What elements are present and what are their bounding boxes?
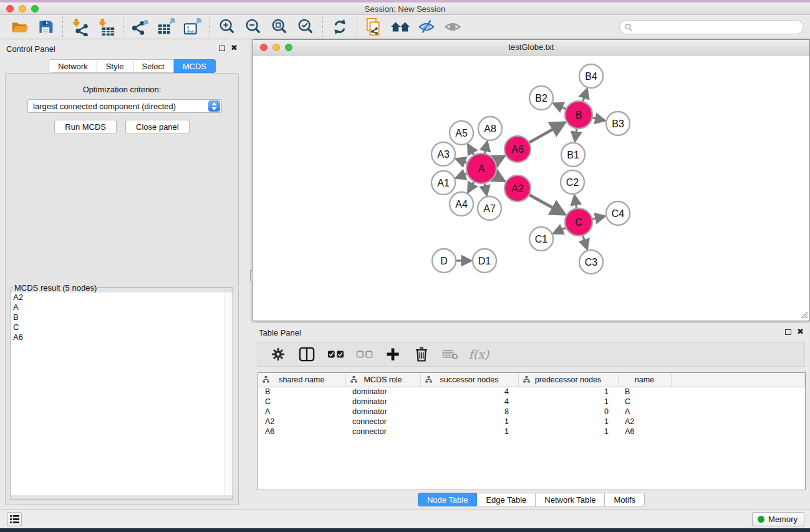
close-panel-button[interactable]: Close panel [125, 120, 190, 134]
table-row[interactable]: Bdominator41B [258, 387, 805, 397]
deselect-all-button[interactable] [353, 344, 375, 364]
table-cell[interactable]: 1 [518, 427, 618, 437]
first-neighbors-button[interactable] [387, 16, 413, 37]
node-B1[interactable]: B1 [561, 143, 585, 167]
table-cell[interactable]: 4 [420, 387, 518, 397]
node-A3[interactable]: A3 [432, 142, 455, 166]
network-window-titlebar[interactable]: testGlobe.txt [253, 40, 809, 56]
edge-A-A6[interactable] [494, 157, 503, 162]
table-cell[interactable]: connector [345, 427, 420, 437]
node-A5[interactable]: A5 [450, 121, 473, 145]
table-cell[interactable]: 0 [518, 407, 618, 417]
table-cell[interactable]: A2 [258, 417, 345, 427]
node-B3[interactable]: B3 [606, 112, 630, 135]
result-item[interactable]: A6 [11, 332, 233, 342]
edge-B-B4[interactable] [583, 90, 587, 102]
table-cell[interactable]: C [618, 397, 671, 407]
zoom-fit-button[interactable] [266, 16, 292, 37]
close-panel-icon[interactable]: ✖ [231, 45, 238, 51]
node-A2[interactable]: A2 [504, 175, 531, 201]
import-table-button[interactable] [93, 16, 119, 37]
column-header-name[interactable]: name [618, 373, 671, 387]
export-table-button[interactable] [153, 16, 180, 37]
node-C1[interactable]: C1 [529, 227, 553, 251]
hide-details-button[interactable] [413, 16, 440, 37]
column-header-successor-nodes[interactable]: successor nodes [420, 373, 518, 387]
table-cell[interactable]: A6 [618, 427, 671, 437]
table-settings-button[interactable] [267, 344, 289, 364]
column-header-MCDS-role[interactable]: MCDS role [345, 373, 420, 387]
edge-A-A7[interactable] [485, 183, 487, 195]
node-B4[interactable]: B4 [579, 64, 603, 88]
function-builder-button[interactable]: f(x) [468, 344, 490, 364]
result-item[interactable]: C [11, 322, 233, 332]
node-A[interactable]: A [466, 153, 496, 183]
node-A1[interactable]: A1 [432, 171, 455, 195]
edge-A-A1[interactable] [456, 173, 467, 177]
edge-A2-C[interactable] [529, 195, 564, 214]
table-cell[interactable]: 8 [420, 407, 518, 417]
table-cell[interactable]: 1 [518, 417, 618, 427]
edge-B-B1[interactable] [575, 128, 577, 141]
task-history-button[interactable] [7, 512, 22, 526]
node-A8[interactable]: A8 [478, 117, 502, 140]
table-cell[interactable]: connector [345, 417, 420, 427]
table-row[interactable]: A6connector11A6 [258, 427, 805, 437]
table-cell[interactable]: B [618, 387, 671, 397]
table-row[interactable]: Cdominator41C [258, 397, 805, 407]
result-item[interactable]: B [11, 312, 233, 322]
table-cell[interactable]: 1 [420, 427, 518, 437]
table-cell[interactable]: B [258, 387, 345, 397]
node-D[interactable]: D [432, 249, 456, 273]
edge-C-C4[interactable] [592, 216, 604, 219]
run-mcds-button[interactable]: Run MCDS [54, 120, 117, 134]
edge-C-C3[interactable] [583, 235, 587, 248]
edge-A-A3[interactable] [456, 159, 467, 163]
tab-select[interactable]: Select [133, 59, 174, 73]
table-cell[interactable]: A6 [258, 427, 345, 437]
edge-B-B3[interactable] [592, 118, 604, 120]
table-tab-network-table[interactable]: Network Table [536, 493, 605, 506]
select-stepper[interactable] [208, 100, 220, 112]
zoom-out-button[interactable] [240, 16, 266, 37]
select-all-button[interactable] [324, 344, 347, 364]
add-column-button[interactable] [382, 344, 404, 364]
zoom-in-button[interactable] [214, 16, 240, 37]
edge-C-C2[interactable] [575, 196, 577, 209]
export-network-button[interactable] [127, 16, 153, 37]
edge-A-A5[interactable] [468, 145, 474, 155]
column-header-shared-name[interactable]: shared name [258, 373, 345, 387]
table-tab-edge-table[interactable]: Edge Table [477, 493, 536, 506]
table-row[interactable]: A2connector11A2 [258, 417, 805, 427]
table-row[interactable]: Adominator80A [258, 407, 805, 417]
table-cell[interactable]: A [258, 407, 345, 417]
table-cell[interactable]: dominator [345, 397, 420, 407]
network-graph[interactable]: AA1A2A3A4A5A6A7A8BB1B2B3B4CC1C2C3C4DD1 [253, 56, 809, 320]
edge-A-A4[interactable] [468, 181, 474, 191]
delete-column-button[interactable] [410, 344, 433, 364]
window-resize-grip[interactable] [799, 310, 808, 319]
node-A4[interactable]: A4 [450, 192, 473, 216]
table-cell[interactable]: 4 [420, 397, 518, 407]
new-session-from-network-button[interactable] [361, 16, 387, 37]
export-image-button[interactable] [180, 16, 206, 37]
open-file-button[interactable] [6, 16, 32, 37]
node-B[interactable]: B [565, 101, 592, 128]
edge-B-B2[interactable] [554, 104, 566, 109]
save-session-button[interactable] [32, 16, 59, 37]
table-cell[interactable]: A [618, 407, 671, 417]
node-C4[interactable]: C4 [606, 201, 630, 225]
memory-button[interactable]: Memory [752, 512, 804, 526]
table-tab-node-table[interactable]: Node Table [418, 493, 478, 506]
node-D1[interactable]: D1 [473, 249, 496, 273]
network-canvas[interactable]: AA1A2A3A4A5A6A7A8BB1B2B3B4CC1C2C3C4DD1 [253, 56, 809, 320]
float-table-panel-icon[interactable] [785, 329, 791, 335]
splitter-collapse-handle[interactable] [250, 270, 253, 281]
edge-A-A2[interactable] [494, 176, 503, 181]
table-tab-motifs[interactable]: Motifs [605, 493, 645, 506]
column-visibility-button[interactable] [296, 344, 318, 364]
mcds-result-list[interactable]: A2ABCA6 [11, 293, 233, 495]
edge-A-A8[interactable] [485, 142, 487, 153]
result-item[interactable]: A2 [11, 293, 233, 302]
refresh-button[interactable] [327, 16, 353, 37]
